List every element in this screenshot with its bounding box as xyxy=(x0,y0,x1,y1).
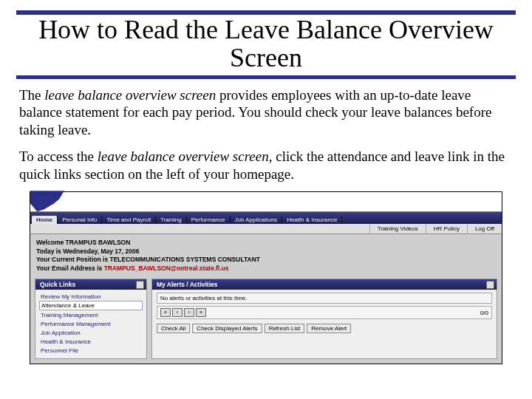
quick-links-header: Quick Links xyxy=(35,279,146,290)
welcome-line: Welcome TRAMPUS BAWLSON xyxy=(36,239,496,247)
slide: How to Read the Leave Balance Overview S… xyxy=(0,0,532,399)
ql-personnel-file[interactable]: Personnel File xyxy=(39,346,143,355)
alerts-panel: My Alerts / Activities No alerts or acti… xyxy=(151,279,497,359)
alerts-button-row: Check All Check Displayed Alerts Refresh… xyxy=(157,322,492,335)
title-wrap: How to Read the Leave Balance Overview S… xyxy=(16,16,516,72)
welcome-block: Welcome TRAMPUS BAWLSON Today is Wednesd… xyxy=(30,234,502,279)
position-line: Your Current Position is TELECOMMUNICATI… xyxy=(36,256,496,264)
quick-links-list: Review My Information Attendance & Leave… xyxy=(35,290,146,358)
tab-home[interactable]: Home xyxy=(32,216,58,224)
alerts-counter: 0/0 xyxy=(480,310,488,316)
body-text: The leave balance overview screen provid… xyxy=(19,86,513,183)
alerts-body: No alerts or activities at this time. «‹… xyxy=(152,290,497,338)
collapse-icon[interactable] xyxy=(136,281,144,289)
email-line: Your Email Address is TRAMPUS_BAWLSON@no… xyxy=(36,265,496,273)
ql-training-management[interactable]: Training Management xyxy=(39,310,143,319)
utility-bar: Training Videos HR Policy Log Off xyxy=(30,224,502,234)
link-log-off[interactable]: Log Off xyxy=(467,224,502,233)
alerts-pager: «‹›» 0/0 xyxy=(157,306,492,319)
emphasis: leave balance overview screen xyxy=(44,87,216,103)
last-page-icon[interactable]: » xyxy=(196,308,206,317)
paragraph-2: To access the leave balance overview scr… xyxy=(19,148,513,183)
tab-personal-info[interactable]: Personal Info xyxy=(58,216,102,224)
remove-alert-button[interactable]: Remove Alert xyxy=(307,324,351,333)
today-line: Today is Wednesday, May 17, 2006 xyxy=(36,248,496,256)
tab-time-payroll[interactable]: Time and Payroll xyxy=(102,216,156,224)
florida-map-icon xyxy=(30,191,64,211)
panels-row: Quick Links Review My Information Attend… xyxy=(30,279,502,364)
quick-links-panel: Quick Links Review My Information Attend… xyxy=(35,279,147,359)
link-training-videos[interactable]: Training Videos xyxy=(369,224,426,233)
embedded-screenshot: Home Personal Info Time and Payroll Trai… xyxy=(30,191,502,364)
check-displayed-button[interactable]: Check Displayed Alerts xyxy=(192,324,262,333)
refresh-list-button[interactable]: Refresh List xyxy=(265,324,305,333)
nav-tabs: Home Personal Info Time and Payroll Trai… xyxy=(30,212,502,224)
next-page-icon[interactable]: › xyxy=(184,308,194,317)
ql-review-my-information[interactable]: Review My Information xyxy=(39,292,143,301)
page-title: How to Read the Leave Balance Overview S… xyxy=(24,16,508,72)
ql-job-application[interactable]: Job Application xyxy=(39,328,143,337)
rule-mid xyxy=(16,75,516,79)
tab-performance[interactable]: Performance xyxy=(187,216,231,224)
ql-health-insurance[interactable]: Health & Insurance xyxy=(39,337,143,346)
emphasis: leave balance overview screen xyxy=(98,149,269,164)
tab-health-insurance[interactable]: Health & Insurance xyxy=(282,216,342,224)
tab-training[interactable]: Training xyxy=(156,216,187,224)
first-page-icon[interactable]: « xyxy=(160,308,171,317)
email-value: TRAMPUS_BAWLSON@notreal.state.fl.us xyxy=(104,265,229,272)
ql-performance-management[interactable]: Performance Management xyxy=(39,319,143,328)
pager-buttons: «‹›» xyxy=(160,308,208,317)
alerts-header: My Alerts / Activities xyxy=(152,279,497,290)
tab-job-applications[interactable]: Job Applications xyxy=(231,216,283,224)
check-all-button[interactable]: Check All xyxy=(157,324,190,333)
collapse-icon[interactable] xyxy=(486,281,494,289)
prev-page-icon[interactable]: ‹ xyxy=(172,308,183,317)
app-banner xyxy=(30,192,502,212)
ql-attendance-and-leave[interactable]: Attendance & Leave xyxy=(39,301,143,310)
alerts-empty-row: No alerts or activities at this time. xyxy=(157,293,492,304)
paragraph-1: The leave balance overview screen provid… xyxy=(19,86,513,139)
link-hr-policy[interactable]: HR Policy xyxy=(426,224,467,233)
